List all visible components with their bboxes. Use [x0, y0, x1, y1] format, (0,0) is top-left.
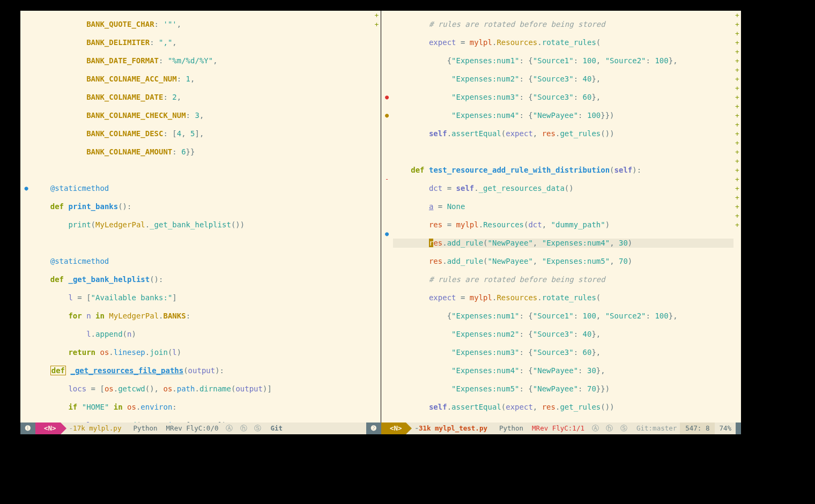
buffer-size: 17k: [73, 423, 85, 434]
window-number: ❷: [366, 423, 381, 434]
split-container: ● BANK_QUOTE_CHAR: '"', BANK_DELIMITER: …: [20, 11, 741, 423]
right-code-area[interactable]: # rules are rotated before being stored …: [393, 11, 734, 423]
window-number: ❶: [20, 423, 35, 434]
fringe-marker-error: ●: [381, 93, 393, 102]
left-fringe: ●: [20, 11, 32, 423]
right-diff-gutter: +++++++ +++++++++ ++++++ ++: [734, 11, 741, 423]
buffer-size: 31k: [419, 423, 431, 434]
right-modeline[interactable]: ❷ <N> - 31k mylpl_test.py Python MRev Fl…: [366, 423, 741, 434]
modeline-icons: Ⓐ ⓗ Ⓢ: [223, 423, 266, 434]
vc-segment[interactable]: Git:master: [632, 423, 680, 434]
left-diff-gutter: + +: [373, 11, 381, 423]
buffer-filename: mylpl.py: [89, 423, 121, 434]
cursor-position: 547: 8: [680, 423, 715, 434]
right-fringe: ● ● - ●: [381, 11, 393, 423]
major-mode[interactable]: Python: [125, 423, 161, 434]
left-pane[interactable]: ● BANK_QUOTE_CHAR: '"', BANK_DELIMITER: …: [20, 11, 381, 423]
vc-segment[interactable]: Git: [266, 423, 286, 434]
major-mode[interactable]: Python: [492, 423, 528, 434]
diff-added-icon: +: [373, 20, 381, 29]
evil-state-indicator: <N>: [35, 423, 61, 434]
buffer-name[interactable]: - 17k mylpl.py: [61, 423, 126, 434]
buffer-filename: mylpl_test.py: [435, 423, 487, 434]
modeline-bar: ❶ <N> - 17k mylpl.py Python MRev FlyC:0/…: [20, 423, 741, 434]
fringe-marker-info: ●: [20, 184, 32, 193]
left-modeline[interactable]: ❶ <N> - 17k mylpl.py Python MRev FlyC:0/…: [20, 423, 366, 434]
current-line: res.add_rule("NewPayee", "Expenses:num4"…: [393, 239, 734, 248]
minor-modes[interactable]: MRev FlyC:0/0: [162, 423, 223, 434]
buffer-name[interactable]: - 31k mylpl_test.py: [406, 423, 491, 434]
diff-added-icon: +: [734, 11, 741, 20]
fringe-marker-removed: -: [381, 175, 393, 184]
editor-frame: ● BANK_QUOTE_CHAR: '"', BANK_DELIMITER: …: [20, 11, 741, 434]
right-pane[interactable]: ● ● - ● # rules are rotated before being…: [381, 11, 742, 423]
fringe-marker-warn: ●: [381, 111, 393, 120]
minor-modes[interactable]: MRev FlyC:1/1: [528, 423, 589, 434]
scroll-indicator: [736, 423, 741, 434]
evil-state-indicator: <N>: [381, 423, 406, 434]
fringe-marker-info: ●: [381, 229, 393, 239]
diff-added-icon: +: [373, 11, 381, 20]
left-code-area[interactable]: BANK_QUOTE_CHAR: '"', BANK_DELIMITER: ",…: [32, 11, 373, 423]
scroll-percent: 74%: [715, 423, 736, 434]
modeline-icons: Ⓐ ⓗ Ⓢ: [589, 423, 632, 434]
